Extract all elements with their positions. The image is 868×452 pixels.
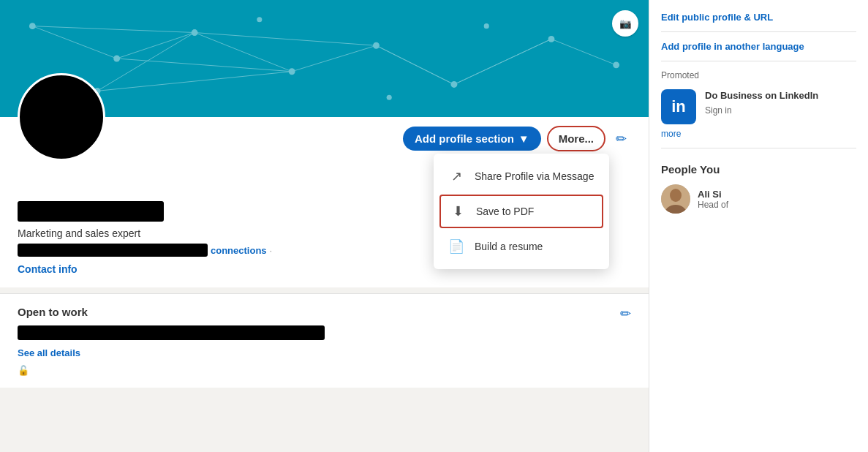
dot-separator: · — [270, 245, 273, 256]
svg-point-17 — [289, 68, 295, 75]
promo-text-block: Do Business on LinkedIn Sign in — [705, 89, 818, 116]
sidebar-divider-1 — [661, 31, 856, 32]
pencil-icon: ✏ — [616, 132, 627, 146]
people-you-may-know-section: People You Ali Si Head of — [661, 163, 856, 214]
connections-redacted — [18, 244, 208, 257]
contact-info-link[interactable]: Contact info — [18, 263, 78, 275]
profile-name-redacted — [18, 201, 164, 222]
add-profile-language-link[interactable]: Add profile in another language — [661, 41, 856, 52]
sidebar-divider-3 — [661, 148, 856, 148]
people-you-may-know-title: People You — [661, 163, 856, 176]
save-to-pdf-label: Save to PDF — [476, 206, 534, 217]
svg-line-12 — [454, 39, 551, 84]
person-avatar — [661, 184, 690, 214]
svg-point-27 — [670, 189, 682, 202]
svg-line-13 — [32, 26, 195, 33]
pencil-icon-otw: ✏ — [620, 306, 631, 321]
save-to-pdf-item[interactable]: ⬇ Save to PDF — [439, 195, 603, 228]
download-icon: ⬇ — [450, 203, 466, 219]
svg-point-18 — [373, 42, 380, 49]
svg-point-14 — [29, 23, 36, 29]
chevron-down-icon: ▼ — [518, 132, 529, 145]
share-profile-label: Share Profile via Message — [475, 170, 594, 182]
svg-line-1 — [117, 33, 195, 59]
open-to-work-edit-button[interactable]: ✏ — [620, 306, 631, 322]
svg-line-9 — [97, 33, 195, 91]
partial-row: 🔓 — [18, 365, 631, 376]
sidebar-divider-2 — [661, 61, 856, 61]
svg-line-7 — [117, 59, 292, 72]
person-avatar-svg — [661, 184, 690, 214]
person-info: Ali Si Head of — [698, 189, 728, 210]
svg-point-23 — [257, 17, 262, 22]
more-label: More... — [559, 132, 594, 145]
edit-public-profile-link[interactable]: Edit public profile & URL — [661, 12, 856, 23]
open-icon: 🔓 — [18, 365, 29, 376]
person-title: Head of — [698, 200, 728, 210]
linkedin-logo: in — [661, 89, 696, 124]
person-name: Ali Si — [698, 189, 728, 200]
edit-pencil-button[interactable]: ✏ — [611, 127, 631, 151]
more-promo-link[interactable]: more — [661, 129, 856, 139]
open-to-work-card: Open to work ✏ See all details 🔓 — [0, 293, 649, 388]
open-to-work-content-redacted — [18, 325, 325, 340]
svg-point-25 — [484, 23, 489, 29]
banner-camera-button[interactable]: 📷 — [612, 10, 638, 37]
share-icon: ↗ — [448, 168, 464, 184]
svg-point-24 — [387, 95, 392, 100]
promo-subtext: Sign in — [705, 105, 818, 116]
promoted-label: Promoted — [661, 70, 856, 80]
open-to-work-title: Open to work — [18, 306, 631, 318]
linkedin-promo: in Do Business on LinkedIn Sign in — [661, 89, 856, 124]
svg-point-15 — [113, 56, 120, 62]
svg-line-11 — [376, 45, 453, 84]
more-dropdown-menu: ↗ Share Profile via Message ⬇ Save to PD… — [434, 154, 609, 269]
see-all-details-link[interactable]: See all details — [18, 347, 80, 358]
svg-line-10 — [97, 72, 292, 91]
promo-title: Do Business on LinkedIn — [705, 89, 818, 102]
camera-icon: 📷 — [619, 18, 632, 29]
document-icon: 📄 — [448, 238, 464, 255]
share-profile-item[interactable]: ↗ Share Profile via Message — [434, 159, 609, 193]
svg-point-16 — [192, 29, 198, 36]
right-sidebar: Edit public profile & URL Add profile in… — [649, 0, 868, 452]
build-resume-item[interactable]: 📄 Build a resume — [434, 230, 609, 263]
connections-label[interactable]: connections — [211, 245, 267, 256]
svg-point-19 — [450, 81, 457, 88]
profile-card: Add profile section ▼ More... ✏ ↗ Share … — [0, 117, 649, 287]
svg-line-0 — [32, 26, 116, 59]
build-resume-label: Build a resume — [475, 241, 543, 252]
svg-point-20 — [548, 36, 555, 42]
add-profile-section-label: Add profile section — [415, 132, 514, 145]
profile-actions: Add profile section ▼ More... ✏ ↗ Share … — [18, 117, 631, 151]
more-button[interactable]: More... — [547, 126, 605, 151]
person-item: Ali Si Head of — [661, 184, 856, 214]
svg-line-6 — [551, 39, 616, 64]
add-profile-section-button[interactable]: Add profile section ▼ — [403, 127, 541, 151]
svg-line-3 — [292, 45, 376, 71]
svg-point-21 — [613, 61, 619, 68]
